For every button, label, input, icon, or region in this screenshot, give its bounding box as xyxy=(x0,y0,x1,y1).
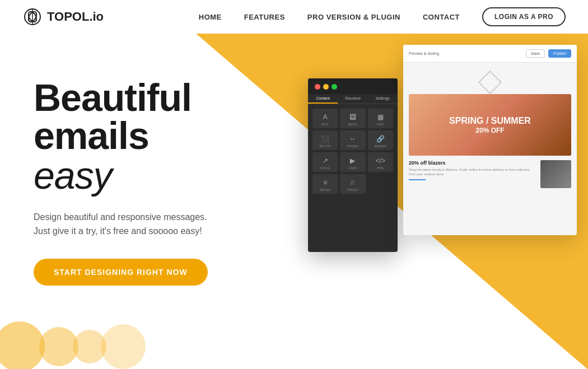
editor-block-spacer[interactable]: ≡ SPACER xyxy=(312,174,338,194)
hero-screenshots: Content Structure Settings A TEXT 🖼 IMAG… xyxy=(308,45,577,235)
preview-hero-text: SPRING / SUMMER 20% OFF xyxy=(449,115,531,134)
traffic-yellow xyxy=(323,84,329,90)
preview-card-desc: Shop the latest trends in Blazers. Order… xyxy=(409,167,536,177)
hero-title-bold: Beautiful emails xyxy=(34,78,302,155)
image-icon: 🖼 xyxy=(349,113,356,121)
preview-hero-image: SPRING / SUMMER 20% OFF xyxy=(409,94,571,156)
editor-blocks-grid: A TEXT 🖼 IMAGE ▦ GRID ⬛ BUTTON ↔ DIVI xyxy=(308,104,398,198)
traffic-green xyxy=(332,84,337,90)
preview-card-link xyxy=(409,179,426,180)
text-icon: A xyxy=(323,113,328,121)
bottom-circle-4 xyxy=(101,324,146,369)
preview-card: 20% off blazers Shop the latest trends i… xyxy=(409,160,571,188)
cta-button[interactable]: START DESIGNING RIGHT NOW xyxy=(34,259,208,286)
preview-label: Preview & testing xyxy=(409,52,439,55)
traffic-red xyxy=(315,84,320,90)
editor-tab-settings[interactable]: Settings xyxy=(368,94,398,104)
preview-card-text: 20% off blazers Shop the latest trends i… xyxy=(409,160,536,180)
hero-title-light: easy xyxy=(34,155,302,197)
editor-block-grid[interactable]: ▦ GRID xyxy=(368,109,393,128)
html-icon: </> xyxy=(376,157,385,165)
editor-block-banner[interactable]: 🔗 BANNER xyxy=(368,130,393,150)
editor-block-divider[interactable]: ↔ DIVIDER xyxy=(340,130,365,150)
header: TOPOL.io HOME FEATURES PRO VERSION & PLU… xyxy=(0,0,588,34)
window-traffic-lights xyxy=(308,78,398,94)
editor-block-image[interactable]: 🖼 IMAGE xyxy=(340,109,365,128)
social-icon: ↗ xyxy=(323,157,328,165)
hero-text-block: Beautiful emails easy Design beautiful a… xyxy=(34,67,302,286)
preview-topbar: Preview & testing Save Publish xyxy=(403,45,577,63)
preview-card-image xyxy=(540,160,571,188)
editor-block-button[interactable]: ⬛ BUTTON xyxy=(312,130,338,150)
preview-save-btn[interactable]: Save xyxy=(526,49,545,58)
logo[interactable]: TOPOL.io xyxy=(22,7,104,27)
preview-card-title: 20% off blazers xyxy=(409,160,536,166)
hero-description: Design beautiful and responsive messages… xyxy=(34,210,246,239)
editor-block-html[interactable]: </> HTML xyxy=(368,152,393,172)
preview-logo-area xyxy=(409,68,571,94)
editor-tab-structure[interactable]: Structure xyxy=(338,94,367,104)
editor-tabs: Content Structure Settings xyxy=(308,94,398,104)
divider-icon: ↔ xyxy=(349,135,356,143)
preview-publish-btn[interactable]: Publish xyxy=(548,49,571,58)
nav-item-pro[interactable]: PRO VERSION & PLUGIN xyxy=(307,13,400,21)
preview-logo-shape xyxy=(478,71,502,94)
spacer-icon: ≡ xyxy=(323,179,327,186)
grid-icon: ▦ xyxy=(377,113,384,121)
logo-text: TOPOL.io xyxy=(47,10,104,24)
editor-block-social[interactable]: ↗ SOCIAL xyxy=(312,152,338,172)
logo-icon xyxy=(22,7,43,27)
editor-block-video[interactable]: ▶ VIDEO xyxy=(340,152,365,172)
preview-window: Preview & testing Save Publish SPRING / … xyxy=(403,45,577,235)
hero-section: Beautiful emails easy Design beautiful a… xyxy=(0,34,588,369)
preview-actions: Save Publish xyxy=(526,49,571,58)
bottom-decoration xyxy=(0,324,588,369)
nav-item-home[interactable]: HOME xyxy=(199,13,222,21)
video-icon: ▶ xyxy=(350,157,355,165)
editor-block-preset[interactable]: ☆ PRESET xyxy=(340,174,365,194)
editor-block-text[interactable]: A TEXT xyxy=(312,109,338,128)
main-nav: HOME FEATURES PRO VERSION & PLUGIN CONTA… xyxy=(199,7,566,26)
button-icon: ⬛ xyxy=(321,135,329,143)
preset-icon: ☆ xyxy=(349,179,356,186)
bottom-circle-1 xyxy=(0,321,45,369)
nav-item-contact[interactable]: CONTACT xyxy=(423,13,460,21)
nav-item-features[interactable]: FEATURES xyxy=(244,13,285,21)
banner-icon: 🔗 xyxy=(376,135,385,143)
preview-email-content: SPRING / SUMMER 20% OFF 20% off blazers … xyxy=(403,63,577,194)
editor-tab-content[interactable]: Content xyxy=(308,94,338,104)
editor-window: Content Structure Settings A TEXT 🖼 IMAG… xyxy=(308,78,398,252)
login-button[interactable]: LOGIN AS A PRO xyxy=(482,7,566,26)
